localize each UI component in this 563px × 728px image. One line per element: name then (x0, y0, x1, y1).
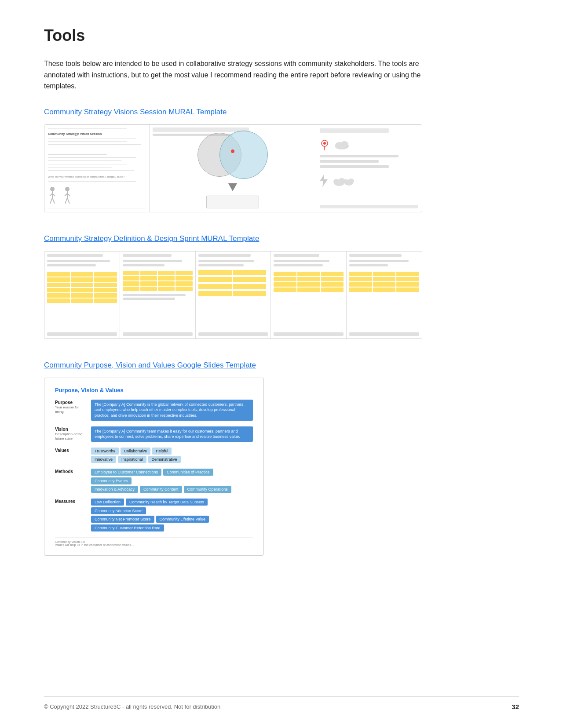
yc71 (373, 288, 396, 292)
yc9 (94, 283, 117, 287)
p1-line1 (47, 260, 110, 262)
yc26 (140, 276, 157, 280)
tag-demonstrative: Demonstrative (148, 456, 181, 463)
yc64 (349, 277, 372, 281)
purpose-label-text: Purpose (55, 400, 86, 405)
bottom-box (206, 196, 259, 208)
p4-header (274, 254, 319, 257)
tag-inspirational: Inspirational (118, 456, 146, 463)
slides-values-content: Trustworthy Collaborative Helpful Innova… (91, 448, 253, 464)
p3-bottom (198, 332, 268, 336)
cloud-group-icon (332, 174, 354, 187)
mural1-header-bar (48, 128, 127, 129)
p5-line2 (349, 264, 388, 266)
yc61 (349, 272, 372, 276)
slides-measures-row: Measures Low Deflection Community Reach … (55, 499, 253, 533)
right-header-bar (320, 128, 389, 133)
slides-values-row: Values Trustworthy Collaborative Helpful… (55, 448, 253, 464)
p4-yellow-grid (274, 272, 344, 292)
slides-vision-content: The [Company A] Community team makes it … (91, 426, 253, 443)
mural2-panel5 (347, 251, 422, 339)
tool2-link[interactable]: Community Strategy Definition & Design S… (44, 234, 259, 243)
tool1-link[interactable]: Community Strategy Visions Session MURAL… (44, 108, 227, 116)
yc45 (297, 277, 320, 281)
p2-bottom (123, 332, 193, 336)
purpose-sublabel: Your reason for being (55, 405, 86, 415)
yc31 (158, 281, 175, 286)
p3-b8 (233, 291, 266, 296)
yc29 (123, 281, 139, 286)
mural1-figures (48, 184, 146, 204)
tool3-preview-image: Purpose, Vision & Values Purpose Your re… (44, 378, 264, 556)
yc49 (321, 282, 344, 287)
tag-community-events: Community Events (91, 477, 132, 484)
tool2-preview-image (44, 251, 422, 339)
yc18 (94, 298, 117, 303)
right-bottom-bar (320, 205, 418, 208)
right-text-1 (320, 155, 398, 157)
svg-line-10 (65, 198, 67, 204)
down-arrow-icon (228, 183, 237, 192)
measures-tag-row2: Community Net Promoter Score Community L… (91, 516, 253, 531)
tool-section-1: Community Strategy Visions Session MURAL… (44, 108, 519, 212)
slides-methods-content: Employee to Customer Connections Communi… (91, 469, 253, 494)
yc35 (158, 287, 175, 291)
p3-line1 (198, 260, 254, 262)
p2-text-bottom2 (123, 298, 175, 300)
yc62 (373, 272, 396, 276)
slides-footnote: Community Vision 3.0Values will help us … (55, 537, 253, 546)
mural2-panel4 (271, 251, 347, 339)
yc27 (158, 276, 175, 280)
methods-label-text: Methods (55, 469, 86, 474)
mural1-layout: Community Strategy: Vision Session What … (44, 125, 422, 212)
values-tag-row: Trustworthy Collaborative Helpful (91, 448, 253, 455)
p2-text-bottom (123, 294, 186, 296)
tool-section-2: Community Strategy Definition & Design S… (44, 234, 519, 339)
tag-cop: Communities of Practice (163, 469, 213, 476)
page-footer: © Copyright 2022 Structure3C - all right… (44, 696, 519, 710)
right-bottom-icons (320, 174, 418, 187)
yc11 (71, 288, 94, 292)
yc63 (396, 272, 419, 276)
yc44 (274, 277, 296, 281)
p3-b4 (233, 277, 266, 282)
p3-b1 (198, 270, 232, 275)
yc23 (158, 271, 175, 275)
tag-community-ops: Community Operations (184, 486, 231, 493)
yc16 (47, 298, 70, 303)
mural1-bottom-bar (48, 208, 146, 208)
yc68 (373, 282, 396, 287)
p1-header (47, 254, 103, 257)
tool1-preview-image: Community Strategy: Vision Session What … (44, 124, 422, 212)
p5-header (349, 254, 402, 257)
p5-yellow-grid (349, 272, 419, 292)
yc13 (47, 293, 70, 298)
p1-line2 (47, 264, 96, 266)
tag-retention-rate: Community Customer Retention Rate (91, 524, 164, 531)
slides-methods-label: Methods (55, 469, 86, 474)
tag-helpful: Helpful (152, 448, 172, 455)
slides-methods-row: Methods Employee to Customer Connections… (55, 469, 253, 494)
svg-point-6 (65, 187, 69, 191)
yc7 (47, 283, 70, 287)
yc51 (297, 288, 320, 292)
p1-bottom (47, 332, 117, 336)
p3-b3 (198, 277, 232, 282)
yc5 (71, 277, 94, 282)
cloud-icon (333, 139, 351, 150)
tag-community-content: Community Content (140, 486, 182, 493)
center-dot (231, 149, 234, 153)
right-text-3 (320, 165, 389, 168)
yc6 (94, 277, 117, 282)
mural1-section-title: Community Strategy: Vision Session (48, 132, 146, 135)
values-tag-row2: Innovative Inspirational Demonstrative (91, 456, 253, 463)
p3-b6 (233, 284, 266, 289)
yc12 (94, 288, 117, 292)
tag-lifetime-value: Community Lifetime Value (156, 516, 209, 523)
tool3-link[interactable]: Community Purpose, Vision and Values Goo… (44, 361, 256, 370)
mural2-layout (44, 251, 422, 339)
yc69 (396, 282, 419, 287)
yc72 (396, 288, 419, 292)
slides-vision-row: Vision Description of the future state T… (55, 426, 253, 443)
p3-header (198, 254, 251, 257)
